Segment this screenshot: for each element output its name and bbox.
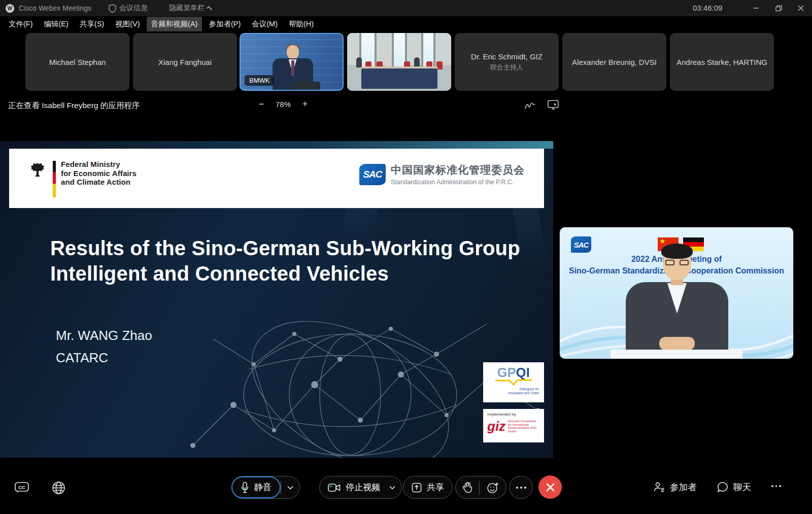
raise-hand-icon — [463, 482, 472, 494]
title-bar: W Cisco Webex Meetings 会议信息 隐藏菜单栏 03:46:… — [0, 0, 812, 16]
sac-logo-icon: SAC — [359, 164, 386, 185]
svg-text:W: W — [8, 6, 13, 11]
meeting-info-button[interactable]: 会议信息 — [109, 4, 148, 13]
webex-logo-icon: W — [5, 4, 15, 13]
zoom-in-button[interactable]: + — [300, 99, 310, 110]
leave-x-icon — [546, 483, 555, 492]
share-status-bar: 正在查看 Isabell Freyberg 的应用程序 − 78% + — [0, 94, 812, 118]
menu-edit[interactable]: 编辑(E) — [40, 17, 73, 31]
chat-label: 聊天 — [733, 481, 751, 493]
closed-captions-button[interactable]: CC — [14, 481, 29, 494]
menu-file[interactable]: 文件(F) — [4, 17, 38, 31]
federal-eagle-icon — [27, 160, 48, 197]
shared-screen-area: Federal Ministry for Economic Affairs an… — [0, 118, 553, 472]
menu-participants[interactable]: 参加者(P) — [204, 17, 245, 31]
remote-control-icon[interactable] — [547, 99, 560, 111]
minimize-button[interactable] — [745, 0, 767, 16]
slide-header-band: Federal Ministry for Economic Affairs an… — [9, 149, 544, 208]
participant-name: Alexander Breunig, DVSI — [572, 58, 657, 66]
participant-tile[interactable]: Michael Stephan — [25, 33, 129, 91]
participant-tile[interactable]: Andreas Starke, HARTING — [670, 33, 774, 91]
slide-title: Results of the Sino-German Sub-Working G… — [50, 235, 520, 286]
more-options-button[interactable] — [509, 476, 533, 499]
annotate-icon[interactable] — [524, 99, 536, 111]
slide-top-band — [0, 141, 553, 149]
ellipsis-icon — [771, 485, 781, 487]
menu-bar: 文件(F) 编辑(E) 共享(S) 视图(V) 音频和视频(A) 参加者(P) … — [0, 16, 812, 32]
menu-help[interactable]: 帮助(H) — [284, 17, 318, 31]
menu-view[interactable]: 视图(V) — [111, 17, 144, 31]
stop-video-label: 停止视频 — [346, 482, 380, 493]
smiley-icon — [487, 482, 499, 494]
reactions-group — [455, 476, 506, 499]
stage-video-pip[interactable]: SAC ★ 2022 Annual Meeting of Sino-German… — [560, 227, 793, 359]
close-button[interactable] — [790, 0, 812, 16]
share-icon — [412, 483, 422, 493]
menu-share[interactable]: 共享(S) — [75, 17, 109, 31]
mute-button[interactable]: 静音 — [231, 476, 281, 498]
reactions-button[interactable] — [480, 476, 506, 498]
audio-options-chevron[interactable] — [281, 476, 299, 498]
sac-english-name: Standardization Administration of the P.… — [391, 179, 525, 186]
share-button[interactable]: 共享 — [403, 476, 453, 499]
hide-menubar-button[interactable]: 隐藏菜单栏 — [169, 4, 213, 13]
bmwk-ministry-logo: Federal Ministry for Economic Affairs an… — [27, 160, 137, 197]
slide-speaker-name: Mr. WANG Zhao — [56, 328, 152, 344]
menu-meeting[interactable]: 会议(M) — [247, 17, 282, 31]
webex-window: W Cisco Webex Meetings 会议信息 隐藏菜单栏 03:46:… — [0, 0, 812, 514]
participant-tile[interactable]: Alexander Breunig, DVSI — [562, 33, 666, 91]
camera-icon — [328, 483, 341, 492]
share-label: 共享 — [427, 482, 444, 493]
participant-name: Xiang Fanghuai — [158, 58, 212, 66]
participant-tile[interactable]: Dr. Eric Schmidt, GIZ 联合主持人 — [455, 33, 559, 91]
giz-logo: Implemented by giz Deutsche Gesellschaft… — [483, 409, 544, 442]
participant-badge: BMWK — [245, 75, 274, 86]
chat-bubble-icon — [717, 481, 729, 493]
slide-speaker-org: CATARC — [56, 350, 108, 366]
shield-icon — [109, 4, 116, 13]
participant-strip: Michael Stephan Xiang Fanghuai BMWK — [0, 32, 812, 94]
participants-panel-button[interactable]: 参加者 — [653, 481, 697, 493]
presentation-slide: Federal Ministry for Economic Affairs an… — [0, 141, 553, 458]
mute-label: 静音 — [254, 482, 272, 493]
sac-chinese-name: 中国国家标准化管理委员会 — [391, 163, 525, 177]
more-panels-button[interactable] — [771, 485, 781, 487]
meeting-clock: 03:46:09 — [693, 4, 722, 12]
svg-text:CC: CC — [18, 485, 25, 490]
stop-video-button-group: 停止视频 — [319, 476, 402, 499]
participant-tile-room-video[interactable] — [347, 33, 451, 91]
german-flag-stripe — [53, 161, 56, 197]
gpqi-logo: GPQI Dialogues for Innovation and Trade — [483, 362, 544, 402]
share-status-text: 正在查看 Isabell Freyberg 的应用程序 — [8, 100, 140, 111]
chat-panel-button[interactable]: 聊天 — [717, 481, 751, 493]
participant-tile-active-speaker[interactable]: BMWK — [240, 33, 344, 91]
menu-audio-video[interactable]: 音频和视频(A) — [147, 17, 202, 31]
microphone-icon — [241, 482, 249, 494]
participant-name: Andreas Starke, HARTING — [676, 58, 767, 66]
gpqi-zigzag-icon — [494, 379, 533, 386]
stop-video-button[interactable]: 停止视频 — [320, 476, 388, 498]
video-options-chevron[interactable] — [388, 476, 401, 498]
participant-name: Dr. Eric Schmidt, GIZ — [471, 52, 543, 61]
pip-speaker-video — [611, 247, 742, 359]
participant-name: Michael Stephan — [49, 58, 106, 66]
language-globe-button[interactable] — [52, 481, 65, 495]
chevron-up-icon — [207, 6, 212, 12]
zoom-out-button[interactable]: − — [256, 99, 266, 110]
leave-meeting-button[interactable] — [538, 475, 562, 499]
raise-hand-button[interactable] — [456, 476, 479, 498]
meeting-control-bar: CC 静音 — [0, 472, 812, 514]
zoom-level: 78% — [276, 100, 291, 109]
restore-button[interactable] — [767, 0, 790, 16]
app-title: Cisco Webex Meetings — [19, 4, 91, 12]
hide-menubar-label: 隐藏菜单栏 — [169, 4, 205, 13]
pip-sac-logo: SAC — [571, 236, 591, 253]
participants-label: 参加者 — [670, 481, 697, 493]
more-options-icon — [516, 487, 526, 489]
mute-button-group: 静音 — [231, 476, 300, 499]
sac-logo: SAC 中国国家标准化管理委员会 Standardization Adminis… — [359, 163, 525, 186]
participants-icon — [653, 481, 665, 493]
participant-tile[interactable]: Xiang Fanghuai — [133, 33, 237, 91]
meeting-info-label: 会议信息 — [119, 4, 148, 13]
participant-role: 联合主持人 — [490, 63, 523, 72]
